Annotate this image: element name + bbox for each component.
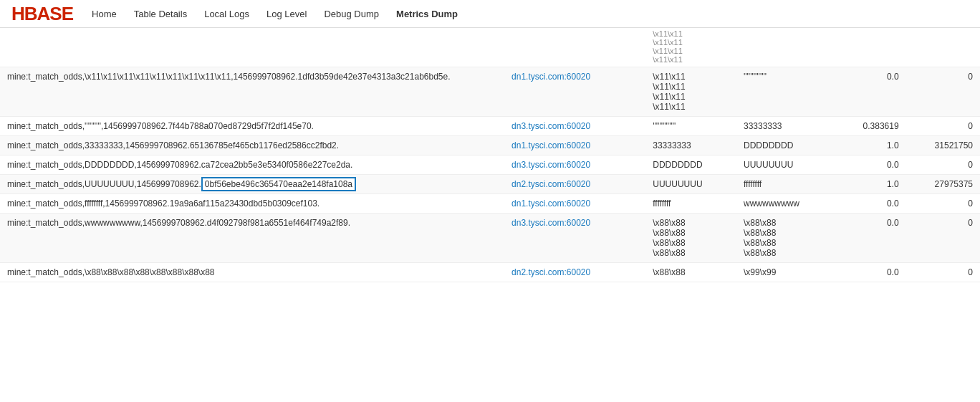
row-key-text: mine:t_match_odds,\x88\x88\x88\x88\x88\x… (7, 267, 215, 277)
num2-cell: 0 (906, 155, 980, 175)
server-link[interactable]: dn1.tysci.com:60020 (511, 72, 590, 82)
server-cell: dn3.tysci.com:60020 (504, 214, 645, 263)
nav-link-metrics-dump[interactable]: Metrics Dump (395, 6, 459, 22)
server-link[interactable]: dn1.tysci.com:60020 (511, 140, 590, 150)
table-row: mine:t_match_odds,UUUUUUUU,1456999708962… (0, 175, 980, 194)
cell-value: wwwwwwwww (736, 194, 835, 214)
row-key-highlighted[interactable]: 0bf56ebe496c365470eaa2e148fa108a (201, 177, 356, 191)
table-row: mine:t_match_odds,DDDDDDDD,1456999708962… (0, 155, 980, 175)
row-key-prefix: mine:t_match_odds,UUUUUUUU,1456999708962… (7, 179, 201, 189)
server-link[interactable]: dn3.tysci.com:60020 (511, 121, 590, 131)
app-header: HBASE HomeTable DetailsLocal LogsLog Lev… (0, 0, 980, 28)
col-cell: DDDDDDDD (645, 155, 736, 175)
partial-row-key (0, 28, 504, 67)
col-cell: '''''''''''''' (645, 117, 736, 136)
server-link[interactable]: dn3.tysci.com:60020 (511, 160, 590, 170)
num1-cell: 0.383619 (835, 117, 906, 136)
table-row: mine:t_match_odds,'''''''''',14569997089… (0, 117, 980, 136)
row-key-text: mine:t_match_odds,33333333,1456999708962… (7, 140, 339, 150)
table-row: mine:t_match_odds,wwwwwwwww,145699970896… (0, 214, 980, 263)
num1-cell: 0.0 (835, 67, 906, 117)
cell-value: \x99\x99 (736, 263, 835, 282)
row-key-text: mine:t_match_odds,wwwwwwwww,145699970896… (7, 218, 350, 228)
nav-link-debug-dump[interactable]: Debug Dump (322, 6, 380, 22)
num1-cell: 0.0 (835, 194, 906, 214)
cell-value: DDDDDDDD (736, 136, 835, 155)
data-table-container: \x11\x11 \x11\x11\x11\x11\x11\x11 mine:t… (0, 28, 980, 282)
col-cell: ffffffff (645, 194, 736, 214)
num2-cell: 0 (906, 67, 980, 117)
col-cell: UUUUUUUU (645, 175, 736, 194)
server-cell: dn1.tysci.com:60020 (504, 194, 645, 214)
col-cell: \x11\x11\x11\x11\x11\x11\x11\x11 (645, 67, 736, 117)
cell-value: '''''''''''''' (736, 67, 835, 117)
row-key-cell: mine:t_match_odds,wwwwwwwww,145699970896… (0, 214, 504, 263)
nav-link-table-details[interactable]: Table Details (133, 6, 188, 22)
server-link[interactable]: dn1.tysci.com:60020 (511, 198, 590, 209)
partial-num2 (906, 28, 980, 67)
server-link[interactable]: dn2.tysci.com:60020 (511, 267, 590, 277)
logo: HBASE (11, 4, 73, 23)
nav-link-home[interactable]: Home (90, 6, 118, 22)
nav-link-local-logs[interactable]: Local Logs (203, 6, 251, 22)
table-row-partial: \x11\x11 \x11\x11\x11\x11\x11\x11 (0, 28, 980, 67)
cell-value: 33333333 (736, 117, 835, 136)
server-link[interactable]: dn2.tysci.com:60020 (511, 179, 590, 189)
server-cell: dn1.tysci.com:60020 (504, 67, 645, 117)
col-cell: \x88\x88\x88\x88\x88\x88\x88\x88 (645, 214, 736, 263)
server-cell: dn3.tysci.com:60020 (504, 117, 645, 136)
main-nav: HomeTable DetailsLocal LogsLog LevelDebu… (90, 6, 459, 22)
partial-col: \x11\x11 \x11\x11\x11\x11\x11\x11 (645, 28, 736, 67)
partial-num1 (835, 28, 906, 67)
cell-value: ffffffff (736, 175, 835, 194)
col-cell: \x88\x88 (645, 263, 736, 282)
table-row: mine:t_match_odds,33333333,1456999708962… (0, 136, 980, 155)
num1-cell: 0.0 (835, 214, 906, 263)
num2-cell: 0 (906, 194, 980, 214)
num2-cell: 27975375 (906, 175, 980, 194)
row-key-cell: mine:t_match_odds,DDDDDDDD,1456999708962… (0, 155, 504, 175)
cell-value: UUUUUUUU (736, 155, 835, 175)
row-key-text: mine:t_match_odds,'''''''''',14569997089… (7, 121, 314, 131)
col-cell: 33333333 (645, 136, 736, 155)
server-cell: dn2.tysci.com:60020 (504, 175, 645, 194)
cell-value: \x88\x88\x88\x88\x88\x88\x88\x88 (736, 214, 835, 263)
table-row: mine:t_match_odds,\x88\x88\x88\x88\x88\x… (0, 263, 980, 282)
num1-cell: 1.0 (835, 175, 906, 194)
row-key-cell: mine:t_match_odds,ffffffff,1456999708962… (0, 194, 504, 214)
num1-cell: 1.0 (835, 136, 906, 155)
num2-cell: 31521750 (906, 136, 980, 155)
num2-cell: 0 (906, 214, 980, 263)
num1-cell: 0.0 (835, 263, 906, 282)
row-key-cell: mine:t_match_odds,'''''''''',14569997089… (0, 117, 504, 136)
num1-cell: 0.0 (835, 155, 906, 175)
row-key-text: mine:t_match_odds,\x11\x11\x11\x11\x11\x… (7, 72, 451, 82)
nav-link-log-level[interactable]: Log Level (265, 6, 308, 22)
num2-cell: 0 (906, 117, 980, 136)
partial-server (504, 28, 645, 67)
logo-hbase-text: HBASE (11, 4, 73, 23)
row-key-cell: mine:t_match_odds,\x88\x88\x88\x88\x88\x… (0, 263, 504, 282)
server-cell: dn2.tysci.com:60020 (504, 263, 645, 282)
table-row: mine:t_match_odds,ffffffff,1456999708962… (0, 194, 980, 214)
row-key-cell: mine:t_match_odds,33333333,1456999708962… (0, 136, 504, 155)
row-key-cell: mine:t_match_odds,UUUUUUUU,1456999708962… (0, 175, 504, 194)
table-row: mine:t_match_odds,\x11\x11\x11\x11\x11\x… (0, 67, 980, 117)
row-key-text: mine:t_match_odds,ffffffff,1456999708962… (7, 198, 320, 209)
server-cell: dn1.tysci.com:60020 (504, 136, 645, 155)
row-key-cell: mine:t_match_odds,\x11\x11\x11\x11\x11\x… (0, 67, 504, 117)
partial-cell (736, 28, 835, 67)
hbase-data-table: \x11\x11 \x11\x11\x11\x11\x11\x11 mine:t… (0, 28, 980, 282)
server-link[interactable]: dn3.tysci.com:60020 (511, 218, 590, 228)
num2-cell: 0 (906, 263, 980, 282)
row-key-text: mine:t_match_odds,DDDDDDDD,1456999708962… (7, 160, 352, 170)
server-cell: dn3.tysci.com:60020 (504, 155, 645, 175)
